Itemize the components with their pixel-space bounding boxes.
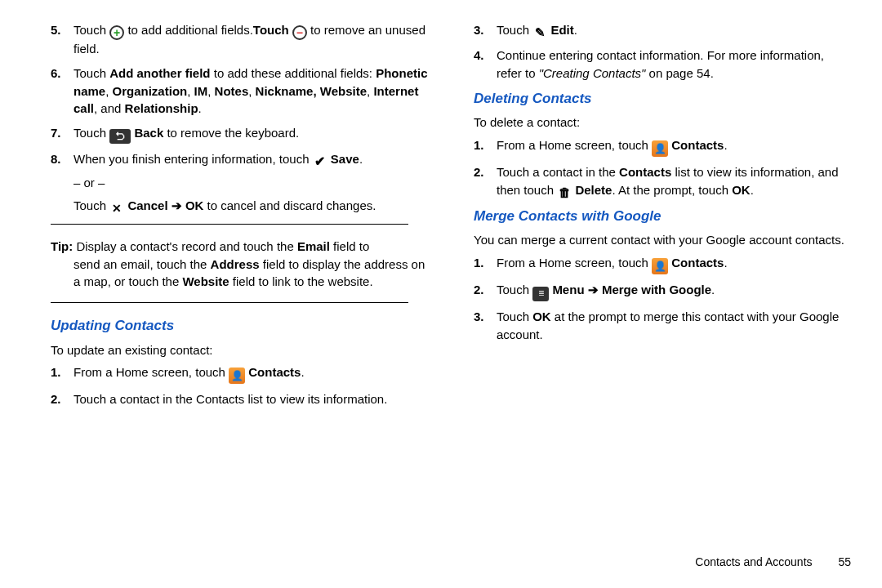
text: Merge with Google xyxy=(602,283,711,296)
list-number: 1. xyxy=(474,136,484,154)
text: Website xyxy=(182,274,229,288)
list-number: 2. xyxy=(474,163,484,181)
arrow-icon: ➔ xyxy=(168,198,185,212)
text: Touch a contact in the Contacts list to … xyxy=(74,392,387,406)
text: Organization xyxy=(113,84,188,98)
text: OK xyxy=(732,183,751,197)
list-item: 1. From a Home screen, touch 👤 Contacts. xyxy=(31,363,428,384)
plus-icon: + xyxy=(109,25,124,40)
tip-label: Tip: xyxy=(51,239,73,253)
text: From a Home screen, touch xyxy=(74,365,229,379)
text: to add these additional fields: xyxy=(211,66,376,80)
list-continued: 5. Touch + to add additional fields.Touc… xyxy=(31,21,428,216)
text: Touch xyxy=(253,23,292,37)
list-item: 3. Touch OK at the prompt to merge this … xyxy=(454,308,851,344)
text: Notes xyxy=(215,84,249,98)
contacts-icon: 👤 xyxy=(229,368,245,384)
text: – or – xyxy=(74,174,428,192)
edit-icon: ✎ xyxy=(532,25,547,40)
text: Save xyxy=(331,152,359,166)
page-columns: 5. Touch + to add additional fields.Touc… xyxy=(31,21,851,415)
text: field to xyxy=(330,239,369,253)
text: Touch xyxy=(74,126,109,140)
text: Contacts xyxy=(671,256,724,270)
text: on page 54. xyxy=(645,66,713,80)
list-number: 6. xyxy=(51,65,61,82)
text: Touch xyxy=(74,66,109,80)
text: Edit xyxy=(550,23,573,37)
list-item: 2. Touch ≡ Menu ➔ Merge with Google. xyxy=(454,281,851,301)
list-item: 7. Touch ⮌ Back to remove the keyboard. xyxy=(31,124,428,144)
text: OK xyxy=(532,310,551,323)
list-merge: 1. From a Home screen, touch 👤 Contacts.… xyxy=(454,254,851,344)
divider xyxy=(51,224,408,225)
text: Display a contact's record and touch the xyxy=(73,239,297,253)
text: OK xyxy=(185,198,204,212)
list-number: 8. xyxy=(51,150,61,168)
list-item: 2. Touch a contact in the Contacts list … xyxy=(454,163,851,200)
text: Contacts xyxy=(671,138,724,152)
list-number: 4. xyxy=(474,47,484,65)
x-icon: ✕ xyxy=(109,201,124,216)
text: Relationship xyxy=(125,101,198,115)
list-delete: 1. From a Home screen, touch 👤 Contacts.… xyxy=(454,136,851,200)
text: Back xyxy=(134,126,163,140)
divider xyxy=(51,302,408,303)
text: Cancel xyxy=(127,198,167,212)
text: Email xyxy=(297,239,330,253)
text: Touch xyxy=(74,198,109,212)
list-item: 4. Continue entering contact information… xyxy=(454,47,851,82)
minus-icon: − xyxy=(292,25,307,40)
text: From a Home screen, touch xyxy=(497,138,652,152)
footer-page-number: 55 xyxy=(838,555,851,568)
list-number: 5. xyxy=(51,21,61,39)
text: IM xyxy=(194,84,208,98)
text: Contacts xyxy=(248,365,301,379)
contacts-icon: 👤 xyxy=(652,258,668,274)
text: send an email, touch the Address field t… xyxy=(51,256,428,292)
text: Menu xyxy=(552,283,584,296)
footer-section: Contacts and Accounts xyxy=(695,555,812,568)
text: Touch xyxy=(74,23,109,37)
heading-merge-contacts: Merge Contacts with Google xyxy=(474,207,851,227)
text: Touch ✕ Cancel ➔ OK to cancel and discar… xyxy=(74,197,428,216)
page-footer: Contacts and Accounts 55 xyxy=(695,554,851,570)
list-update: 1. From a Home screen, touch 👤 Contacts.… xyxy=(31,363,428,408)
list-item: 1. From a Home screen, touch 👤 Contacts. xyxy=(454,254,851,274)
back-icon: ⮌ xyxy=(109,129,131,144)
text: Touch xyxy=(497,310,532,323)
text: to remove the keyboard. xyxy=(163,126,299,140)
text: . At the prompt, touch xyxy=(612,183,732,197)
list-number: 1. xyxy=(474,254,484,272)
heading-deleting-contacts: Deleting Contacts xyxy=(474,89,851,109)
list-item: 6. Touch Add another field to add these … xyxy=(31,65,428,118)
list-item: 3. Touch ✎ Edit. xyxy=(454,21,851,40)
list-item: 8. When you finish entering information,… xyxy=(31,150,428,216)
list-item: 5. Touch + to add additional fields.Touc… xyxy=(31,21,428,58)
heading-updating-contacts: Updating Contacts xyxy=(51,316,428,336)
text: Add another field xyxy=(109,66,210,80)
list-number: 2. xyxy=(51,390,61,408)
right-column: 3. Touch ✎ Edit. 4. Continue entering co… xyxy=(454,21,851,415)
text: to cancel and discard changes. xyxy=(203,198,376,212)
arrow-icon: ➔ xyxy=(585,283,602,296)
list-number: 7. xyxy=(51,124,61,142)
left-column: 5. Touch + to add additional fields.Touc… xyxy=(31,21,428,415)
tip-block: Tip: Display a contact's record and touc… xyxy=(31,238,428,291)
check-icon: ✔ xyxy=(313,154,327,169)
text: to add additional fields. xyxy=(127,23,252,37)
text: Touch xyxy=(497,23,532,37)
text: Touch a contact in the xyxy=(497,165,619,179)
menu-icon: ≡ xyxy=(532,287,549,301)
text: field to link to the website. xyxy=(229,274,373,288)
list-continued-right: 3. Touch ✎ Edit. 4. Continue entering co… xyxy=(454,21,851,82)
text: send an email, touch the xyxy=(74,257,211,271)
list-item: 1. From a Home screen, touch 👤 Contacts. xyxy=(454,136,851,157)
list-number: 3. xyxy=(474,308,484,326)
delete-icon: 🗑 xyxy=(557,185,572,200)
lead-text: You can merge a current contact with you… xyxy=(474,231,851,249)
list-number: 1. xyxy=(51,363,61,381)
list-number: 2. xyxy=(474,281,484,299)
text: Touch xyxy=(497,283,532,296)
text: Delete xyxy=(575,183,612,197)
